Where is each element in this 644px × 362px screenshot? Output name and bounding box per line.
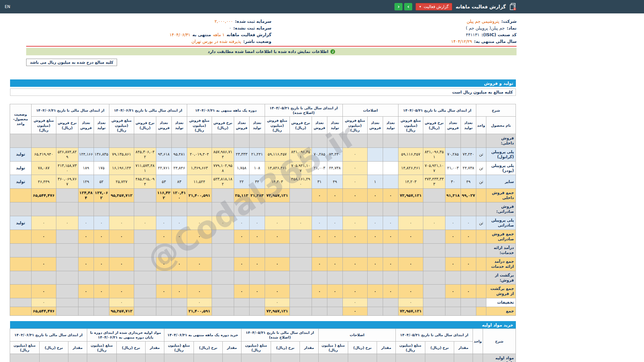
- value-cell: ۰: [234, 216, 249, 230]
- unit-cell: [476, 189, 486, 202]
- empty-cell: [78, 202, 94, 216]
- row-group-label: مواد اولیه داخلی: [483, 354, 516, 362]
- language-switch[interactable]: EN: [5, 4, 10, 9]
- row-label: جمع درآمد ارائه خدمات: [486, 257, 516, 271]
- empty-cell: [367, 134, 383, 147]
- value-cell: [423, 189, 445, 202]
- previous-report-button[interactable]: ‹: [394, 3, 402, 10]
- value-cell: ۰: [342, 230, 367, 243]
- value-cell: ۷۱۱,۵۷۳,۴۸۱: [134, 161, 156, 175]
- total-row: جمع برگشت از فروش۰۰۰۰۰۰۰۰۰۰۰۰۰۰۰۰۰۰: [10, 285, 516, 298]
- status-cell: تولید: [10, 175, 31, 189]
- empty-cell: [31, 243, 56, 257]
- report-type-button[interactable]: گزارش فعالیت ▾: [416, 3, 452, 10]
- value-cell: ۰: [398, 230, 423, 243]
- value-cell: ۹۵,۴۸۱: [171, 147, 187, 161]
- empty-cell: [383, 134, 398, 147]
- value-cell: ۰: [342, 161, 367, 175]
- column-header: تعداد فروش: [234, 117, 249, 134]
- column-header: مبلغ (میلیون ریال): [10, 341, 39, 354]
- main-content: @Codal365.ir تولید و فروش کلیه مبالغ به …: [10, 79, 516, 362]
- empty-cell: [145, 354, 164, 362]
- value-cell: ۲۲: [234, 175, 249, 189]
- column-group-header: اصلاحات: [342, 104, 398, 117]
- info-column-right: شرکت:پتروشیمی جم پیلننماد:جم پیلن( پروپی…: [271, 18, 517, 45]
- empty-cell: [461, 243, 476, 257]
- value-cell: ۲۲,۷۶۱: [156, 161, 171, 175]
- value-cell: ۰: [398, 216, 423, 230]
- value-cell: ۰: [249, 216, 265, 230]
- value-cell: ۰: [367, 216, 383, 230]
- empty-cell: [249, 271, 265, 285]
- empty-cell: [445, 243, 461, 257]
- value-cell: [171, 298, 187, 307]
- value-cell: ۲۴,۷۳۸: [461, 161, 476, 175]
- info-row: وضعیت ناشر:پذیرفته شده در بورس تهران: [26, 38, 271, 45]
- value-cell: ۹۱,۳۱۸: [445, 189, 461, 202]
- product-name-header: نام محصول: [486, 117, 516, 134]
- empty-cell: [265, 243, 289, 257]
- value-cell: ۰: [327, 257, 342, 271]
- column-header: مبلغ (میلیون ریال): [241, 341, 271, 354]
- info-value: ۱۴۰۴/۰۶/۳۱: [169, 32, 190, 38]
- value-cell: [56, 230, 78, 243]
- empty-cell: [265, 202, 289, 216]
- empty-cell: [327, 243, 342, 257]
- value-cell: ۰: [461, 230, 476, 243]
- info-value: ۴۴۱۱۳۱: [466, 32, 479, 38]
- raw-materials-table-wrap: شرحواحداز ابتدای سال مالی تا تاریخ ۱۴۰۴/…: [10, 328, 516, 362]
- value-cell: [156, 307, 171, 316]
- value-cell: ۰: [109, 285, 134, 298]
- empty-cell: [367, 243, 383, 257]
- value-cell: ۰: [94, 257, 109, 271]
- value-cell: ۰: [265, 298, 289, 307]
- page-title: گزارش فعالیت ماهانه: [455, 4, 506, 9]
- value-cell: [134, 298, 156, 307]
- value-cell: [234, 298, 249, 307]
- value-cell: ۰: [234, 230, 249, 243]
- row-group-label: برگشت از فروش:: [486, 271, 516, 285]
- value-cell: ۰: [94, 230, 109, 243]
- value-cell: ۱۲۰,۴۱۰: [171, 189, 187, 202]
- value-cell: ۰: [383, 285, 398, 298]
- value-cell: ۵۹,۱۱۶,۴۵۷: [265, 147, 289, 161]
- column-header: تعداد فروش: [156, 117, 171, 134]
- unit-cell: تن: [476, 175, 486, 189]
- value-cell: ۷۸,۰۸۷: [31, 161, 56, 175]
- empty-cell: [289, 271, 312, 285]
- empty-cell: [423, 134, 445, 147]
- empty-cell: [445, 202, 461, 216]
- column-header: مبلغ (میلیون ریال): [396, 341, 425, 354]
- empty-cell: [234, 202, 249, 216]
- signature-banner: i اطلاعات نمایش داده شده با اطلاعات امضا…: [26, 48, 517, 55]
- value-cell: [134, 189, 156, 202]
- row-label: پلی پروپیلن (گرانول): [486, 147, 516, 161]
- empty-cell: [312, 271, 327, 285]
- value-cell: [289, 298, 312, 307]
- header-group-row: شرحاز ابتدای سال مالی تا تاریخ ۱۴۰۴/۰۵/۳…: [10, 104, 516, 117]
- empty-cell: [10, 134, 31, 147]
- empty-cell: [94, 202, 109, 216]
- value-cell: ۲۴,۷۳۸: [327, 161, 342, 175]
- info-label: وضعیت ناشر:: [243, 38, 271, 45]
- value-cell: ۱۱۶,۴۳۲: [156, 189, 171, 202]
- info-label: سال مالی منتهی به:: [474, 38, 517, 45]
- value-cell: ۰: [78, 257, 94, 271]
- unit-cell: تن: [476, 147, 486, 161]
- column-header: مبلغ (میلیون ریال): [164, 341, 194, 354]
- unit-cell: تن: [476, 216, 486, 230]
- table-row: تخفیفات۰۰۰۰۰۰: [10, 298, 516, 307]
- table-row: پلی پروپیلن (گرانول)تن۷۴,۲۴۰۷۰,۲۸۵۸۴۱,۰۹…: [10, 147, 516, 161]
- empty-cell: [87, 354, 116, 362]
- value-cell: ۰: [342, 147, 367, 161]
- empty-cell: [156, 202, 171, 216]
- value-cell: [383, 161, 398, 175]
- value-cell: ۰: [461, 257, 476, 271]
- report-type-label: گزارش فعالیت: [424, 4, 448, 9]
- value-cell: [367, 161, 383, 175]
- value-cell: ۰: [367, 257, 383, 271]
- value-cell: [383, 175, 398, 189]
- value-cell: [423, 257, 445, 271]
- empty-cell: [476, 243, 486, 257]
- next-report-button[interactable]: ›: [404, 3, 412, 10]
